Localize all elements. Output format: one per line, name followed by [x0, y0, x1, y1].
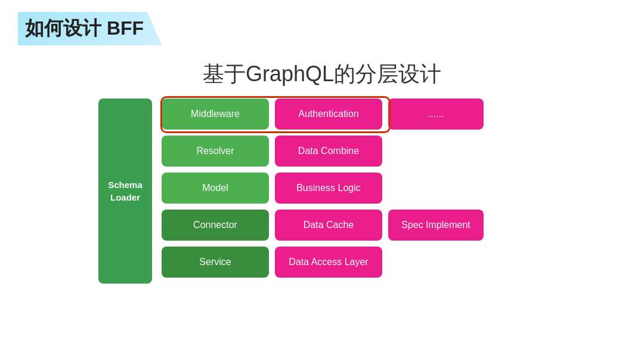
layer-row-2: Model Business Logic [162, 173, 484, 204]
layer-row-0: Middleware Authentication ...... [162, 99, 484, 130]
layers-grid: Middleware Authentication ...... Resolve… [162, 99, 484, 278]
spec-implement-box: Spec Implement [388, 210, 484, 241]
layer-row-3: Connector Data Cache Spec Implement [162, 210, 484, 241]
page-title: 如何设计 BFF [25, 17, 144, 39]
business-logic-box: Business Logic [275, 173, 382, 204]
model-box: Model [162, 173, 269, 204]
service-box: Service [162, 247, 269, 278]
authentication-box: Authentication [275, 99, 382, 130]
ellipsis-box: ...... [388, 99, 484, 130]
page-title-bar: 如何设计 BFF [18, 12, 162, 45]
layer-row-4: Service Data Access Layer [162, 247, 484, 278]
connector-box: Connector [162, 210, 269, 241]
title-wrapper: 如何设计 BFF [18, 12, 162, 45]
layer-row-1: Resolver Data Combine [162, 136, 484, 167]
data-cache-box: Data Cache [275, 210, 382, 241]
data-access-layer-box: Data Access Layer [275, 247, 382, 278]
diagram-container: SchemaLoader Middleware Authentication .… [98, 99, 484, 284]
data-combine-box: Data Combine [275, 136, 382, 167]
schema-loader-box: SchemaLoader [98, 99, 152, 284]
sub-title: 基于GraphQL的分层设计 [203, 60, 441, 89]
middleware-box: Middleware [162, 99, 269, 130]
resolver-box: Resolver [162, 136, 269, 167]
